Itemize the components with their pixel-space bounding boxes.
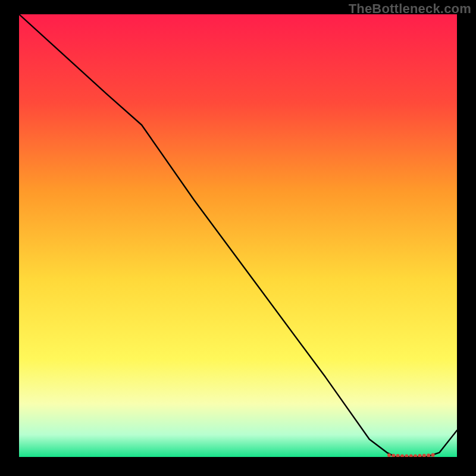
- marker-dot: [431, 453, 434, 457]
- watermark-text: TheBottleneck.com: [349, 1, 471, 17]
- plot-frame: [19, 14, 457, 457]
- plot-svg: [19, 14, 457, 457]
- chart-stage: TheBottleneck.com: [0, 0, 476, 476]
- marker-dot: [387, 453, 391, 457]
- gradient-rect: [19, 14, 457, 457]
